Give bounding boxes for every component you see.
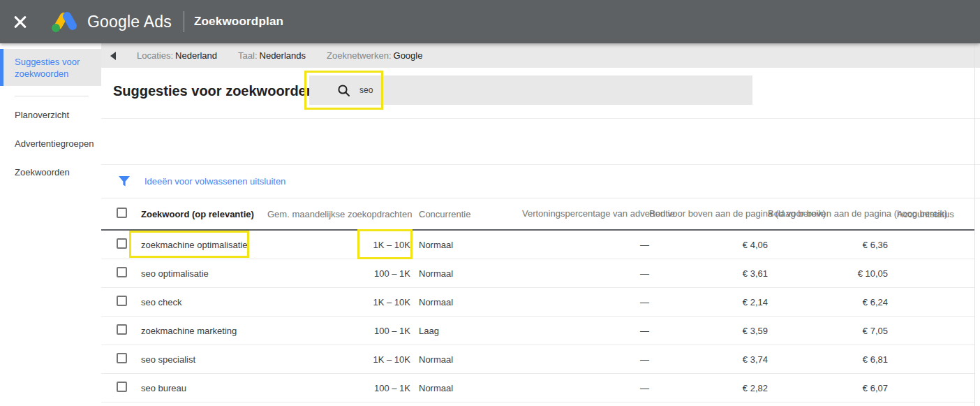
bid-low-cell: € 2,14 — [649, 297, 768, 307]
col-header-competition[interactable]: Concurrentie — [410, 209, 522, 219]
row-checkbox[interactable] — [117, 324, 127, 335]
impression-share-cell: — — [522, 240, 649, 250]
avg-searches-cell: 100 – 1K — [267, 383, 410, 393]
bid-low-cell: € 3,74 — [649, 354, 768, 365]
search-input[interactable]: seo — [309, 75, 752, 105]
competition-cell: Normaal — [410, 268, 522, 279]
impression-share-cell: — — [522, 326, 649, 336]
filter-row: Ideeën voor volwassenen uitsluiten — [101, 165, 980, 198]
row-checkbox[interactable] — [117, 382, 127, 392]
sidebar-item-label: Zoekwoorden — [15, 167, 70, 177]
exclude-adult-ideas-link[interactable]: Ideeën voor volwassenen uitsluiten — [144, 176, 285, 187]
selected-indicator — [0, 49, 3, 86]
table-row[interactable]: seo bureau 100 – 1K Normaal — € 2,82 € 6… — [101, 374, 974, 403]
col-header-top-bid-low[interactable]: Bod voor boven aan de pagina (laag berei… — [649, 208, 768, 219]
impression-share-cell: — — [522, 383, 649, 393]
table-row[interactable]: seo check 1K – 10K Normaal — € 2,14 € 6,… — [101, 288, 974, 317]
sidebar-item-advertentiegroepen[interactable]: Advertentiegroepen — [0, 129, 101, 158]
sidebar-item-label: Planoverzicht — [15, 110, 69, 120]
keyword-cell: seo optimalisatie — [141, 268, 267, 279]
sidebar-divider — [15, 96, 89, 96]
table-header-row: Zoekwoord (op relevantie) Gem. maandelij… — [101, 198, 974, 231]
table-row[interactable]: zoekmachine optimalisatie 1K – 10K Norma… — [101, 231, 974, 259]
table-row[interactable]: seo optimalisatie 100 – 1K Normaal — € 3… — [101, 259, 974, 288]
bid-high-cell: € 6,24 — [768, 297, 888, 307]
avg-searches-cell: 1K – 10K — [267, 354, 410, 365]
col-header-avg-monthly-searches[interactable]: Gem. maandelijkse zoekopdrachten — [267, 209, 410, 219]
competition-cell: Laag — [410, 326, 522, 336]
top-bar: Google Ads Zoekwoordplan — [0, 0, 980, 43]
bid-high-cell: € 6,36 — [768, 240, 888, 250]
sidebar-item-label: Advertentiegroepen — [15, 138, 94, 149]
bid-low-cell: € 3,61 — [649, 268, 768, 279]
impression-share-cell: — — [522, 268, 649, 279]
col-header-ad-impression-share[interactable]: Vertoningspercentage van advertentie — [522, 208, 649, 219]
row-checkbox[interactable] — [117, 353, 127, 363]
keyword-cell: zoekmachine marketing — [141, 326, 267, 336]
breadcrumb-language[interactable]: Taal:Nederlands — [238, 50, 306, 61]
sidebar: Suggesties voor zoekwoorden Planoverzich… — [0, 43, 101, 406]
sidebar-item-suggesties-voor-zoekwoorden[interactable]: Suggesties voor zoekwoorden — [0, 49, 101, 86]
avg-searches-cell: 100 – 1K — [267, 326, 410, 336]
keyword-cell: seo specialist — [141, 354, 267, 365]
competition-cell: Normaal — [410, 354, 522, 365]
back-icon[interactable] — [110, 52, 116, 60]
row-checkbox[interactable] — [117, 296, 127, 306]
breadcrumb-networks[interactable]: Zoeknetwerken:Google — [327, 50, 422, 61]
keyword-cell: seo check — [141, 297, 267, 307]
col-header-account-status[interactable]: Accountstatus — [888, 209, 974, 219]
brand-name: Google Ads — [87, 13, 172, 31]
table-row[interactable]: zoekmachine marketing 100 – 1K Laag — € … — [101, 317, 974, 345]
competition-cell: Normaal — [410, 240, 522, 250]
bid-low-cell: € 3,59 — [649, 326, 768, 336]
bid-high-cell: € 7,05 — [768, 326, 888, 336]
col-header-keyword[interactable]: Zoekwoord (op relevantie) — [141, 209, 267, 219]
empty-section — [101, 119, 980, 165]
competition-cell: Normaal — [410, 297, 522, 307]
page-context-title: Zoekwoordplan — [194, 15, 283, 29]
search-icon — [337, 84, 350, 97]
search-value: seo — [359, 85, 373, 95]
bid-low-cell: € 4,06 — [649, 240, 768, 250]
select-all-checkbox[interactable] — [117, 208, 127, 218]
sidebar-item-planoverzicht[interactable]: Planoverzicht — [0, 101, 101, 129]
impression-share-cell: — — [522, 354, 649, 365]
main-content: Locaties:Nederland Taal:Nederlands Zoekn… — [101, 43, 980, 406]
breadcrumb-locations[interactable]: Locaties:Nederland — [137, 50, 217, 61]
impression-share-cell: — — [522, 297, 649, 307]
sidebar-item-label: Suggesties voor zoekwoorden — [15, 57, 80, 79]
col-header-top-bid-high[interactable]: Bod voor boven aan de pagina (hoog berei… — [768, 208, 888, 219]
row-checkbox[interactable] — [117, 238, 127, 249]
bid-low-cell: € 2,82 — [649, 383, 768, 393]
google-ads-logo-icon — [51, 10, 79, 33]
row-checkbox[interactable] — [117, 267, 127, 277]
topbar-divider — [184, 11, 184, 32]
bid-high-cell: € 6,07 — [768, 383, 888, 393]
avg-searches-cell: 1K – 10K — [267, 297, 410, 307]
sidebar-item-zoekwoorden[interactable]: Zoekwoorden — [0, 158, 101, 187]
table-row[interactable]: seo specialist 1K – 10K Normaal — € 3,74… — [101, 345, 974, 374]
keyword-table: Zoekwoord (op relevantie) Gem. maandelij… — [101, 198, 974, 403]
keyword-cell: zoekmachine optimalisatie — [141, 240, 267, 250]
avg-searches-cell: 1K – 10K — [267, 240, 410, 250]
filter-icon — [118, 175, 131, 187]
close-icon[interactable] — [13, 15, 27, 29]
avg-searches-cell: 100 – 1K — [267, 268, 410, 279]
bid-high-cell: € 6,81 — [768, 354, 888, 365]
page-title: Suggesties voor zoekwoorden — [113, 83, 315, 99]
google-ads-keyword-plan-window: Google Ads Zoekwoordplan Suggesties voor… — [0, 0, 980, 406]
settings-breadcrumb-bar: Locaties:Nederland Taal:Nederlands Zoekn… — [101, 43, 980, 68]
bid-high-cell: € 10,05 — [768, 268, 888, 279]
competition-cell: Normaal — [410, 383, 522, 393]
keyword-cell: seo bureau — [141, 383, 267, 393]
title-row: Suggesties voor zoekwoorden seo — [101, 68, 980, 119]
